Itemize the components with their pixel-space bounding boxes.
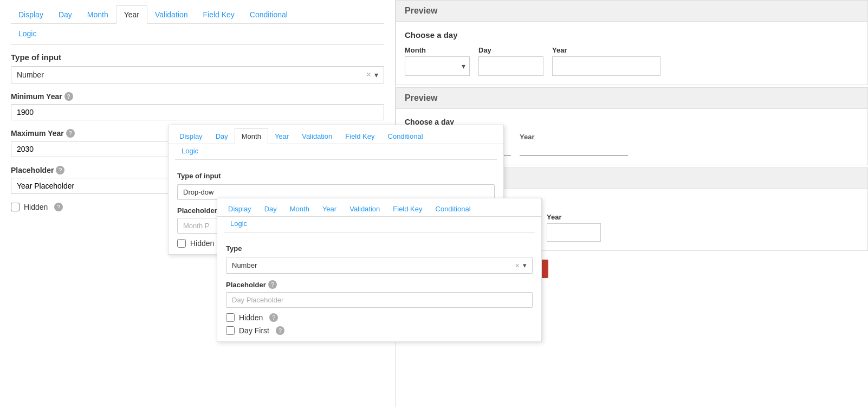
- left-panel: Display Day Month Year Validation Field …: [0, 0, 396, 407]
- day-type-select[interactable]: Number × ▾: [226, 257, 533, 274]
- preview-1-choose-label: Choose a day: [405, 30, 859, 40]
- day-tab-display[interactable]: Display: [222, 202, 258, 216]
- hidden-label: Hidden: [24, 203, 48, 211]
- tab-validation[interactable]: Validation: [147, 5, 195, 23]
- preview-1-header: Preview: [396, 1, 867, 22]
- max-year-label: Maximum Year: [11, 129, 64, 138]
- preview-1-day-label: Day: [478, 46, 543, 54]
- tab-month[interactable]: Month: [80, 5, 116, 23]
- month-tab-display[interactable]: Display: [173, 128, 209, 144]
- preview-3-year-input[interactable]: [547, 223, 601, 242]
- preview-1: Preview Choose a day Month Day: [396, 0, 868, 85]
- day-type-value: Number: [232, 261, 515, 269]
- placeholder-help-icon: ?: [56, 166, 64, 175]
- preview-3-year-label: Year: [547, 213, 601, 221]
- left-tabs: Display Day Month Year Validation Field …: [11, 5, 384, 24]
- preview-1-month-field: Month: [405, 46, 470, 76]
- day-tab-logic[interactable]: Logic: [224, 216, 254, 231]
- day-panel: Display Day Month Year Validation Field …: [217, 198, 542, 342]
- month-tab-logic[interactable]: Logic: [175, 144, 205, 158]
- placeholder-label: Placeholder: [11, 166, 54, 175]
- type-of-input-label: Type of input: [11, 53, 384, 62]
- preview-2-header: Preview: [396, 88, 867, 109]
- day-tab-day[interactable]: Day: [258, 202, 283, 216]
- preview-1-month-label: Month: [405, 46, 470, 54]
- min-year-help-icon: ?: [64, 92, 73, 101]
- tab-year[interactable]: Year: [116, 5, 147, 24]
- max-year-help-icon: ?: [66, 129, 75, 138]
- day-tab-month[interactable]: Month: [283, 202, 316, 216]
- preview-1-year-field: Year: [552, 46, 660, 76]
- day-tab-year[interactable]: Year: [316, 202, 343, 216]
- month-tab-year[interactable]: Year: [268, 128, 295, 144]
- tab-logic[interactable]: Logic: [11, 25, 44, 42]
- day-type-arrow-icon[interactable]: ▾: [523, 261, 527, 269]
- day-tab-conditional[interactable]: Conditional: [429, 202, 477, 216]
- day-type-label: Type: [226, 244, 533, 253]
- day-placeholder-input[interactable]: [226, 292, 533, 308]
- day-hidden-checkbox[interactable]: [226, 313, 235, 322]
- type-of-input-select[interactable]: Number × ▾: [11, 66, 384, 83]
- hidden-help-icon: ?: [54, 203, 63, 211]
- month-panel-tabs: Display Day Month Year Validation Field …: [169, 125, 503, 144]
- day-tab-field-key[interactable]: Field Key: [386, 202, 429, 216]
- day-first-checkbox[interactable]: [226, 326, 235, 335]
- month-hidden-checkbox[interactable]: [177, 239, 186, 248]
- preview-1-year-input[interactable]: [552, 56, 660, 76]
- preview-2-year-field: Year: [520, 133, 628, 156]
- preview-1-day-input[interactable]: [478, 56, 543, 76]
- month-tab-field-key[interactable]: Field Key: [339, 128, 381, 144]
- day-hidden-label: Hidden: [239, 313, 263, 322]
- day-tab-validation[interactable]: Validation: [343, 202, 386, 216]
- type-of-input-arrow-icon[interactable]: ▾: [374, 70, 378, 79]
- month-type-value: Drop-dow: [183, 188, 489, 196]
- month-tab-validation[interactable]: Validation: [295, 128, 339, 144]
- min-year-label: Minimum Year: [11, 92, 62, 101]
- day-placeholder-help-icon: ?: [268, 280, 277, 289]
- day-first-label: Day First: [239, 326, 269, 335]
- month-tab-conditional[interactable]: Conditional: [381, 128, 430, 144]
- type-of-input-clear-icon[interactable]: ×: [366, 70, 371, 80]
- day-type-clear-icon[interactable]: ×: [515, 261, 520, 270]
- type-of-input-value: Number: [17, 70, 366, 79]
- preview-2-year-input[interactable]: [520, 143, 628, 156]
- preview-1-month-select-wrap[interactable]: [405, 56, 470, 76]
- preview-1-day-field: Day: [478, 46, 543, 76]
- day-placeholder-label: Placeholder: [226, 281, 266, 289]
- preview-1-year-label: Year: [552, 46, 660, 54]
- day-hidden-help-icon: ?: [269, 313, 278, 322]
- preview-1-month-select[interactable]: [405, 56, 470, 76]
- day-panel-tabs: Display Day Month Year Validation Field …: [217, 198, 541, 217]
- tab-display[interactable]: Display: [11, 5, 51, 23]
- hidden-checkbox[interactable]: [11, 203, 20, 211]
- month-hidden-label: Hidden: [190, 239, 214, 248]
- month-tab-day[interactable]: Day: [209, 128, 235, 144]
- preview-2-year-label: Year: [520, 133, 628, 141]
- tab-day[interactable]: Day: [51, 5, 80, 23]
- preview-3-year-field: Year: [547, 213, 601, 242]
- tab-conditional[interactable]: Conditional: [242, 5, 295, 23]
- min-year-input[interactable]: [11, 104, 384, 120]
- month-tab-month[interactable]: Month: [235, 128, 268, 144]
- month-type-label: Type of input: [177, 172, 495, 180]
- tab-field-key[interactable]: Field Key: [195, 5, 242, 23]
- day-first-help-icon: ?: [276, 326, 284, 335]
